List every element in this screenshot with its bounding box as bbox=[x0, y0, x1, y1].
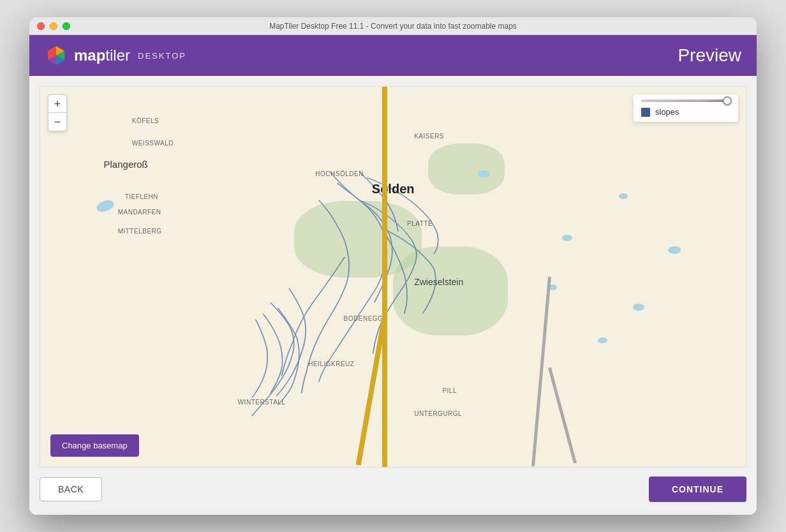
label-mittelberg: MITTELBERG bbox=[118, 228, 162, 235]
main-road-vertical bbox=[382, 87, 387, 467]
label-pill: PILL bbox=[442, 387, 457, 394]
label-tieflehn: TIEFLEHN bbox=[125, 193, 158, 200]
water-2 bbox=[478, 170, 489, 177]
slider-thumb bbox=[723, 96, 732, 105]
map-area[interactable]: KÖFELS WEISSWALD Plangeroß TIEFLEHN MAND… bbox=[40, 86, 746, 468]
maptiler-logo-icon bbox=[45, 44, 68, 67]
app-window: MapTiler Desktop Free 11.1 - Convert you… bbox=[29, 17, 757, 515]
window-title: MapTiler Desktop Free 11.1 - Convert you… bbox=[269, 22, 517, 31]
title-bar: MapTiler Desktop Free 11.1 - Convert you… bbox=[29, 17, 757, 35]
label-bodenegg: BODENEGG bbox=[344, 315, 383, 322]
zoom-controls: + − bbox=[48, 94, 67, 131]
legend-slopes-label: slopes bbox=[655, 107, 679, 117]
opacity-slider[interactable] bbox=[641, 100, 730, 102]
border-road-2 bbox=[548, 367, 577, 464]
water-6 bbox=[633, 304, 644, 311]
legend-color-slopes bbox=[641, 108, 650, 117]
label-mandarfen: MANDARFEN bbox=[118, 209, 161, 216]
water-3 bbox=[619, 193, 628, 199]
main-content: KÖFELS WEISSWALD Plangeroß TIEFLEHN MAND… bbox=[29, 76, 757, 515]
minimize-button[interactable] bbox=[50, 22, 57, 30]
desktop-label: DESKTOP bbox=[138, 51, 186, 61]
water-4 bbox=[562, 235, 572, 241]
opacity-slider-row bbox=[641, 100, 730, 102]
green-terrain-3 bbox=[428, 144, 505, 195]
label-untergurgl: UNTERGURGL bbox=[414, 410, 462, 417]
map-canvas: KÖFELS WEISSWALD Plangeroß TIEFLEHN MAND… bbox=[40, 87, 746, 467]
label-hochsoelden: HOCHSÖLDEN bbox=[315, 170, 364, 177]
label-koefels: KÖFELS bbox=[132, 117, 159, 124]
change-basemap-button[interactable]: Change basemap bbox=[50, 434, 139, 457]
water-1 bbox=[96, 198, 116, 214]
label-zwieselstein: Zwieselstein bbox=[414, 277, 463, 287]
legend-panel: slopes bbox=[634, 94, 738, 122]
back-button[interactable]: BACK bbox=[40, 477, 102, 501]
continue-button[interactable]: CONTINUE bbox=[649, 477, 746, 502]
close-button[interactable] bbox=[37, 22, 45, 30]
logo-area: maptiler DESKTOP bbox=[45, 44, 186, 67]
green-terrain-2 bbox=[393, 246, 508, 336]
preview-label: Preview bbox=[678, 45, 741, 66]
label-winterstall: WINTERSTALL bbox=[238, 399, 286, 406]
water-7 bbox=[668, 246, 681, 254]
logo-text: maptiler bbox=[74, 47, 130, 64]
label-kaisers: KAISERS bbox=[414, 133, 444, 140]
label-weisswald: WEISSWALD bbox=[132, 140, 174, 147]
traffic-lights bbox=[37, 22, 70, 30]
zoom-out-button[interactable]: − bbox=[48, 113, 66, 131]
maximize-button[interactable] bbox=[63, 22, 70, 30]
app-header: maptiler DESKTOP Preview bbox=[29, 35, 757, 76]
bottom-bar: BACK CONTINUE bbox=[40, 468, 746, 505]
zoom-in-button[interactable]: + bbox=[48, 95, 66, 113]
label-heiligkreuz: HEILIGKREUZ bbox=[308, 360, 354, 367]
label-platte: PLATTE bbox=[407, 220, 433, 227]
label-soelden: Sölden bbox=[372, 182, 415, 196]
water-8 bbox=[598, 337, 607, 343]
legend-slopes-item: slopes bbox=[641, 107, 730, 117]
label-plangerob: Plangeroß bbox=[104, 159, 148, 170]
